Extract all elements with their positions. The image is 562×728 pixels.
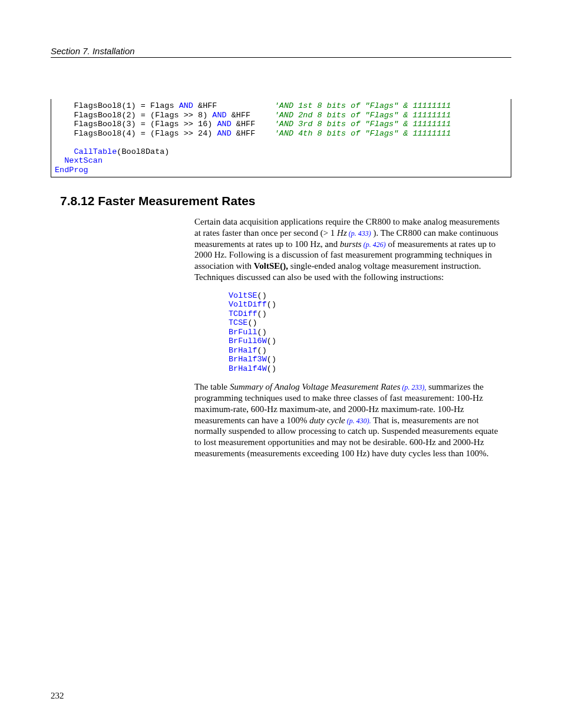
code-text: &HFF [227, 111, 275, 120]
code-comment: 'AND 2nd 8 bits of "Flags" & 11111111 [275, 111, 451, 120]
italic-term: bursts [340, 239, 362, 249]
instruction-suffix: () [267, 364, 276, 373]
italic-term: duty cycle [309, 416, 345, 425]
paragraph: The table Summary of Analog Voltage Meas… [194, 381, 505, 459]
code-listing: FlagsBool8(1) = Flags AND &HFF 'AND 1st … [51, 99, 511, 177]
instruction-suffix: () [257, 309, 267, 318]
instruction-suffix: () [257, 328, 267, 337]
code-text: FlagsBool8(4) = (Flags >> 24) [55, 129, 217, 138]
instruction-name: BrHalf4W [229, 364, 267, 373]
instruction-suffix: () [247, 318, 257, 327]
code-text: (Bool8Data) [117, 147, 169, 156]
instruction-name: TCDiff [229, 309, 257, 318]
page-reference[interactable]: (p. 426) [362, 241, 386, 249]
instruction-list: VoltSE() VoltDiff() TCDiff() TCSE() BrFu… [229, 291, 505, 374]
instruction-name: BrFull [229, 328, 257, 337]
code-text: &HFF [193, 101, 275, 110]
instruction-suffix: () [257, 346, 267, 355]
instruction-suffix: () [267, 337, 276, 345]
code-comment: 'AND 3rd 8 bits of "Flags" & 11111111 [275, 120, 451, 129]
code-keyword: AND [217, 120, 231, 129]
italic-term: Hz [337, 228, 347, 238]
running-header: Section 7. Installation [51, 46, 511, 58]
text: The table [194, 382, 230, 391]
page-number: 232 [51, 691, 64, 701]
bold-term: VoltSE(), [254, 261, 288, 271]
code-blank [55, 138, 59, 147]
instruction-name: VoltSE [229, 291, 257, 300]
code-text: &HFF [232, 120, 275, 129]
instruction-suffix: () [267, 355, 276, 364]
instruction-name: VoltDiff [229, 300, 267, 309]
code-text [55, 147, 74, 156]
code-comment: 'AND 4th 8 bits of "Flags" & 11111111 [275, 129, 451, 138]
code-comment: 'AND 1st 8 bits of "Flags" & 11111111 [275, 101, 451, 110]
page-reference[interactable]: (p. 233), [401, 383, 427, 391]
code-keyword: EndProg [55, 166, 88, 174]
code-text: &HFF [232, 129, 275, 138]
code-text: FlagsBool8(2) = (Flags >> 8) [55, 111, 212, 120]
instruction-name: BrHalf [229, 346, 257, 355]
italic-term: Summary of Analog Voltage Measurement Ra… [230, 382, 401, 391]
instruction-name: BrFull6W [229, 337, 267, 345]
page-reference[interactable]: (p. 430). [345, 417, 371, 425]
paragraph: Certain data acquisition applications re… [194, 216, 505, 283]
page-reference[interactable]: (p. 433) [347, 229, 371, 238]
instruction-suffix: () [267, 300, 276, 309]
code-keyword: AND [212, 111, 226, 120]
code-keyword: CallTable [74, 147, 117, 156]
code-keyword: AND [217, 129, 231, 138]
instruction-name: TCSE [229, 318, 247, 327]
code-keyword: NextScan [55, 156, 103, 165]
code-text: FlagsBool8(3) = (Flags >> 16) [55, 120, 217, 129]
code-text: FlagsBool8(1) = Flags [55, 101, 179, 110]
instruction-suffix: () [257, 291, 267, 300]
section-heading: 7.8.12 Faster Measurement Rates [60, 194, 511, 208]
code-keyword: AND [179, 101, 193, 110]
instruction-name: BrHalf3W [229, 355, 267, 364]
